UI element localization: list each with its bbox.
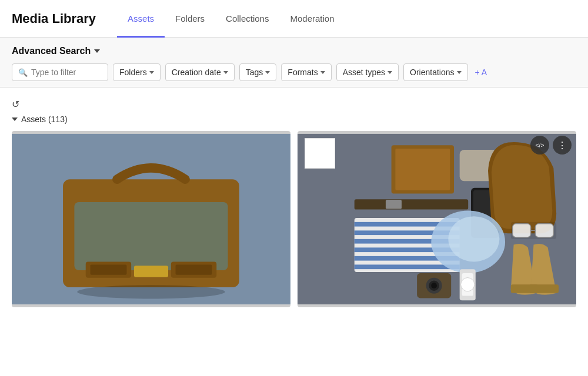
app-title: Media Library bbox=[12, 11, 96, 26]
assets-header: Assets (113) bbox=[12, 115, 576, 124]
filter-bar: 🔍 Folders Creation date Tags Formats Ass… bbox=[12, 63, 576, 81]
sub-header: Advanced Search 🔍 Folders Creation date … bbox=[0, 38, 588, 88]
svg-rect-2 bbox=[74, 202, 228, 270]
assets-section: Assets (113) bbox=[0, 115, 588, 307]
asset-types-chevron-icon bbox=[387, 71, 392, 74]
tab-folders[interactable]: Folders bbox=[165, 1, 215, 38]
filter-formats-button[interactable]: Formats bbox=[281, 63, 331, 81]
tab-assets[interactable]: Assets bbox=[117, 1, 165, 38]
asset-card-bag[interactable] bbox=[12, 131, 290, 307]
search-input[interactable] bbox=[31, 68, 102, 77]
filter-orientations-button[interactable]: Orientations bbox=[403, 63, 467, 81]
svg-rect-36 bbox=[513, 224, 531, 237]
svg-point-25 bbox=[448, 216, 499, 261]
advanced-search-row: Advanced Search bbox=[12, 46, 576, 56]
advanced-search-label: Advanced Search bbox=[12, 46, 91, 56]
assets-collapse-icon[interactable] bbox=[12, 118, 18, 121]
svg-rect-7 bbox=[134, 266, 168, 277]
assets-count-label: Assets (113) bbox=[21, 115, 68, 124]
folders-chevron-icon bbox=[149, 71, 154, 74]
svg-point-29 bbox=[431, 283, 437, 288]
nav-tabs: Assets Folders Collections Moderation bbox=[117, 0, 345, 37]
card-overlay-actions: </> ⋮ bbox=[530, 136, 572, 155]
svg-rect-6 bbox=[176, 264, 212, 274]
header: Media Library Assets Folders Collections… bbox=[0, 0, 588, 38]
svg-rect-4 bbox=[90, 264, 126, 274]
filter-creation-date-button[interactable]: Creation date bbox=[165, 63, 235, 81]
image-grid: </> ⋮ bbox=[12, 131, 576, 307]
filter-folders-button[interactable]: Folders bbox=[113, 63, 161, 81]
more-icon: ⋮ bbox=[557, 140, 567, 151]
refresh-icon[interactable]: ↺ bbox=[12, 99, 19, 110]
content-area: ↺ bbox=[0, 88, 588, 115]
code-icon: </> bbox=[536, 142, 544, 149]
svg-rect-37 bbox=[535, 224, 553, 237]
svg-rect-34 bbox=[529, 284, 559, 293]
refresh-row: ↺ bbox=[12, 93, 576, 115]
tab-collections[interactable]: Collections bbox=[215, 1, 279, 38]
svg-point-8 bbox=[77, 285, 225, 298]
asset-card-flatlay[interactable]: </> ⋮ bbox=[298, 131, 576, 307]
svg-rect-15 bbox=[355, 199, 468, 209]
svg-point-32 bbox=[461, 278, 475, 291]
filter-asset-types-button[interactable]: Asset types bbox=[336, 63, 399, 81]
search-icon: 🔍 bbox=[18, 68, 28, 77]
more-options-button[interactable]: ⋮ bbox=[553, 136, 572, 155]
tab-moderation[interactable]: Moderation bbox=[279, 1, 345, 38]
code-view-button[interactable]: </> bbox=[530, 136, 549, 155]
asset-checkbox-overlay[interactable] bbox=[305, 138, 335, 169]
advanced-search-chevron-icon[interactable] bbox=[94, 49, 100, 53]
search-input-wrap: 🔍 bbox=[12, 63, 108, 81]
filter-tags-button[interactable]: Tags bbox=[239, 63, 277, 81]
formats-chevron-icon bbox=[320, 71, 325, 74]
svg-rect-11 bbox=[395, 149, 450, 190]
creation-date-chevron-icon bbox=[223, 71, 228, 74]
tags-chevron-icon bbox=[265, 71, 270, 74]
orientations-chevron-icon bbox=[457, 71, 462, 74]
svg-rect-16 bbox=[386, 200, 402, 209]
add-filter-button[interactable]: + A bbox=[473, 64, 490, 80]
